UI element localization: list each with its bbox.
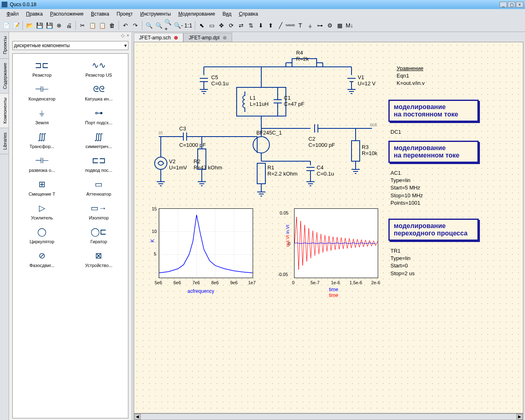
svg-rect-57	[352, 141, 360, 161]
sidetab-libraries[interactable]: Libraries	[0, 128, 9, 154]
close-button[interactable]: ×	[516, 2, 523, 7]
redo-icon[interactable]: ↷	[131, 21, 140, 30]
svg-point-44	[253, 137, 269, 153]
comp-resistor[interactable]: ⊐⊏Резистор	[14, 59, 70, 79]
select-rect-icon[interactable]: ▭	[207, 21, 216, 30]
comp-circulator[interactable]: ◯Циркулятор	[14, 225, 70, 246]
menu-simulation[interactable]: Моделирование	[175, 10, 219, 18]
port-icon[interactable]: ⊶	[315, 21, 324, 30]
comp-attenuator[interactable]: ▭Аттенюатор	[71, 178, 127, 198]
side-tabs: Проекты Содержание Компоненты Libraries	[0, 32, 9, 420]
close-doc-icon[interactable]: ⊗	[55, 21, 64, 30]
svg-text:R1: R1	[267, 164, 274, 171]
zoom-area-icon[interactable]: 🔍	[144, 21, 153, 30]
comp-capacitor[interactable]: ⊣⊢Конденсатор	[14, 82, 70, 103]
comp-dcfeed[interactable]: ⊏⊐подвод пос...	[71, 154, 127, 174]
svg-text:C=0.1u: C=0.1u	[317, 171, 334, 177]
sidetab-projects[interactable]: Проекты	[0, 32, 9, 59]
menu-tools[interactable]: Инструменты	[137, 10, 174, 18]
comp-transformer[interactable]: ∭Трансфор...	[14, 130, 70, 151]
component-category-dropdown[interactable]: дискретные компоненты ▾	[12, 41, 128, 50]
comp-port[interactable]: ⊶Порт подсх...	[71, 106, 127, 127]
zoom-fit-icon[interactable]: 🔍	[154, 21, 163, 30]
panel-close-icon[interactable]: ×	[127, 33, 129, 39]
sim-tr-box[interactable]: моделированиепереходного процесса	[388, 219, 479, 241]
sidetab-components[interactable]: Компоненты	[0, 94, 9, 128]
sim-dc-box[interactable]: моделированиена постоянном токе	[388, 100, 479, 122]
deactivate-icon[interactable]: ⬆	[266, 21, 275, 30]
display-icon[interactable]: ▦	[335, 21, 344, 30]
ground-icon[interactable]: ⏚	[306, 21, 315, 30]
chart-ac[interactable]	[159, 208, 253, 278]
app-icon	[2, 2, 7, 7]
comp-phaseshifter[interactable]: ⊘Фазосдвиг...	[14, 249, 70, 269]
cut-icon[interactable]: ✂	[78, 21, 87, 30]
open-icon[interactable]: 📂	[25, 21, 34, 30]
activate-icon[interactable]: ⬇	[256, 21, 265, 30]
svg-point-65	[155, 157, 167, 169]
svg-text:R2: R2	[194, 158, 201, 164]
menu-view[interactable]: Вид	[219, 10, 235, 18]
move-icon[interactable]: ✥	[217, 21, 226, 30]
sidetab-content[interactable]: Содержание	[0, 59, 9, 94]
menu-file[interactable]: Файл	[3, 10, 22, 18]
marker-icon[interactable]: M↓	[345, 21, 354, 30]
menu-position[interactable]: Расположение	[47, 10, 87, 18]
menu-edit[interactable]: Правка	[23, 10, 46, 18]
maximize-button[interactable]: ▢	[508, 2, 515, 7]
menu-help[interactable]: Справка	[235, 10, 261, 18]
rotate-icon[interactable]: ⟳	[227, 21, 236, 30]
minimize-button[interactable]: _	[500, 2, 507, 7]
copy-icon[interactable]: 📋	[88, 21, 97, 30]
svg-text:V1: V1	[358, 74, 364, 80]
zoom-out-icon[interactable]: 🔍-	[174, 21, 183, 30]
equation-block[interactable]: Уравнение Eqn1 K=out.v/in.v	[397, 65, 425, 87]
comp-resistor-us[interactable]: ∿∿Резистор US	[71, 59, 127, 79]
delete-icon[interactable]: 🗑	[107, 21, 116, 30]
saveall-icon[interactable]: 💾	[45, 21, 54, 30]
comp-gyrator[interactable]: ◯⊏Гиратор	[71, 225, 127, 246]
run-icon[interactable]: ⚙	[325, 21, 334, 30]
svg-text:L1: L1	[250, 95, 256, 101]
zoom-100-icon[interactable]: 1:1	[184, 21, 193, 30]
select-icon[interactable]: ⬉	[197, 21, 206, 30]
chart-ac-ylabel: K	[150, 239, 155, 242]
mirror-v-icon[interactable]: ⇅	[247, 21, 256, 30]
save-icon[interactable]: 💾	[35, 21, 44, 30]
comp-amplifier[interactable]: ▷Усилитель	[14, 201, 70, 222]
tab-display[interactable]: JFET-amp.dpl ⊗	[183, 33, 232, 42]
comp-dcblock[interactable]: ⊣⊢развязка о...	[14, 154, 70, 174]
panel-detach-icon[interactable]: ◇	[121, 33, 124, 39]
chart-tr[interactable]	[294, 208, 378, 278]
comp-symtransformer[interactable]: ∭симметрич...	[71, 130, 127, 151]
comp-inductor[interactable]: ᘓᘓКатушка ин...	[71, 82, 127, 103]
chart-ac-xlabel: acfrequency	[187, 288, 214, 294]
comp-device[interactable]: ⊠Устройство...	[71, 249, 127, 269]
tab-close-icon[interactable]: ⊗	[174, 35, 178, 41]
comp-ground[interactable]: ⏚Земля	[14, 106, 70, 127]
mirror-h-icon[interactable]: ⇄	[237, 21, 246, 30]
print-icon[interactable]: 🖨	[64, 21, 73, 30]
svg-text:R=2.2 kOhm: R=2.2 kOhm	[267, 171, 297, 177]
svg-text:R=10k: R=10k	[362, 150, 377, 156]
sim-ac-box[interactable]: моделированиена переменном токе	[388, 141, 479, 163]
wire-icon[interactable]: ╱	[276, 21, 285, 30]
undo-icon[interactable]: ↶	[121, 21, 130, 30]
menu-project[interactable]: Проект	[113, 10, 136, 18]
menubar: Файл Правка Расположение Вставка Проект …	[0, 9, 525, 19]
doc-icon[interactable]: 📝	[11, 21, 21, 30]
zoom-in-icon[interactable]: 🔍+	[164, 21, 173, 30]
new-icon[interactable]: 📄	[2, 21, 11, 30]
toolbar: 📄 📝 📂 💾 💾 ⊗ 🖨 ✂ 📋 📋 🗑 ↶ ↷ 🔍 🔍 🔍+ 🔍- 1:1 …	[0, 19, 525, 32]
chevron-down-icon: ▾	[124, 43, 127, 48]
tab-schematic[interactable]: JFET-amp.sch ⊗	[134, 33, 183, 42]
horizontal-scrollbar[interactable]: ◀▶	[134, 413, 523, 420]
tab-close-icon[interactable]: ⊗	[223, 35, 227, 41]
canvas[interactable]: R4 R=2k C5 C=0.1u V1 U=12 V	[134, 42, 523, 413]
paste-icon[interactable]: 📋	[98, 21, 107, 30]
text-icon[interactable]: T	[296, 21, 305, 30]
comp-biast[interactable]: ⊞Смещение T	[14, 178, 70, 198]
name-icon[interactable]: NAME	[286, 21, 295, 30]
menu-insert[interactable]: Вставка	[88, 10, 113, 18]
comp-isolator[interactable]: ▭→Изолятор	[71, 201, 127, 222]
